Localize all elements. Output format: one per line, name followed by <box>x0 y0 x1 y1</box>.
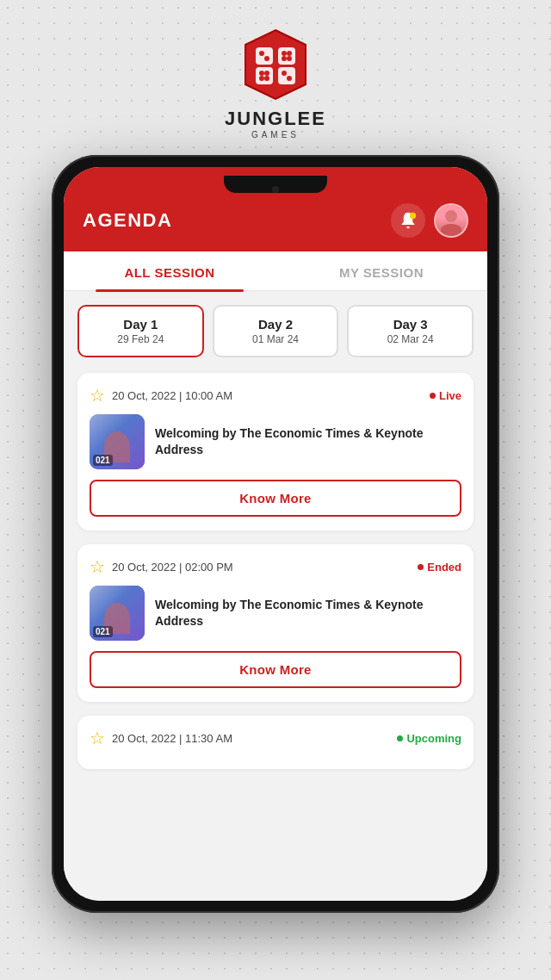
svg-point-14 <box>264 76 269 81</box>
svg-rect-2 <box>278 47 295 65</box>
svg-rect-1 <box>256 47 273 65</box>
know-more-button-2[interactable]: Know More <box>90 651 461 688</box>
status-badge-2: Ended <box>418 561 461 574</box>
session-meta-3: ☆ 20 Oct, 2022 | 11:30 AM Upcoming <box>90 728 461 748</box>
session-meta-2: ☆ 20 Oct, 2022 | 02:00 PM Ended <box>90 556 461 577</box>
session-title-2: Welcoming by The Economic Times & Keynot… <box>155 597 461 630</box>
status-badge-3: Upcoming <box>397 732 461 745</box>
brand-logo: JunGLee GAMES <box>225 26 326 140</box>
svg-rect-4 <box>278 67 295 84</box>
brand-name: JunGLee GAMES <box>225 103 326 140</box>
svg-point-6 <box>264 56 269 61</box>
status-dot-3 <box>397 735 403 741</box>
svg-point-5 <box>259 51 264 56</box>
session-time-2: 20 Oct, 2022 | 02:00 PM <box>112 561 233 574</box>
svg-point-17 <box>410 213 416 219</box>
svg-point-16 <box>287 76 292 81</box>
session-time-1: 20 Oct, 2022 | 10:00 AM <box>112 389 232 402</box>
svg-rect-3 <box>256 67 273 84</box>
svg-point-7 <box>282 51 287 56</box>
day-selector: Day 1 29 Feb 24 Day 2 01 Mar 24 Day 3 02… <box>77 305 474 357</box>
session-body-1: 021 Welcoming by The Economic Times & Ke… <box>90 414 461 469</box>
header-icons <box>391 203 468 238</box>
session-card-2: ☆ 20 Oct, 2022 | 02:00 PM Ended 021 Welc… <box>77 544 474 702</box>
status-badge-1: Live <box>430 389 461 402</box>
day-button-1[interactable]: Day 1 29 Feb 24 <box>77 305 204 357</box>
favorite-star-3[interactable]: ☆ <box>90 728 105 748</box>
favorite-star-1[interactable]: ☆ <box>90 385 105 406</box>
svg-point-11 <box>259 71 264 76</box>
svg-point-15 <box>282 71 287 76</box>
know-more-button-1[interactable]: Know More <box>90 480 461 517</box>
session-card-1: ☆ 20 Oct, 2022 | 10:00 AM Live 021 Welco… <box>77 373 474 530</box>
thumb-label-1: 021 <box>93 455 113 466</box>
svg-point-8 <box>287 51 292 56</box>
favorite-star-2[interactable]: ☆ <box>90 556 105 577</box>
phone-frame: AGENDA ALL SESSION <box>52 155 499 913</box>
day-button-2[interactable]: Day 2 01 Mar 24 <box>213 305 339 357</box>
phone-screen: AGENDA ALL SESSION <box>64 167 487 901</box>
header-title: AGENDA <box>83 209 172 232</box>
bell-icon <box>399 211 418 230</box>
session-title-1: Welcoming by The Economic Times & Keynot… <box>155 425 461 459</box>
svg-point-13 <box>259 76 264 81</box>
tabs-bar: ALL SESSION MY SESSION <box>64 251 487 291</box>
tab-my-session[interactable]: MY SESSION <box>276 251 487 290</box>
camera-dot <box>272 186 279 193</box>
svg-point-9 <box>282 56 287 61</box>
phone-notch <box>224 176 327 193</box>
thumb-label-2: 021 <box>93 626 113 637</box>
status-dot-1 <box>430 393 436 399</box>
day-button-3[interactable]: Day 3 02 Mar 24 <box>347 305 474 357</box>
status-dot-2 <box>418 564 424 570</box>
svg-marker-0 <box>245 30 306 99</box>
tab-all-session[interactable]: ALL SESSION <box>64 251 276 290</box>
session-time-3: 20 Oct, 2022 | 11:30 AM <box>112 732 232 745</box>
session-meta-1: ☆ 20 Oct, 2022 | 10:00 AM Live <box>90 385 461 406</box>
dice-icon <box>237 26 314 103</box>
avatar <box>436 205 467 236</box>
session-thumbnail-1: 021 <box>90 414 145 469</box>
svg-point-10 <box>287 56 292 61</box>
svg-point-12 <box>264 71 269 76</box>
user-avatar-button[interactable] <box>434 203 468 238</box>
notification-bell-button[interactable] <box>391 203 425 238</box>
session-card-3: ☆ 20 Oct, 2022 | 11:30 AM Upcoming <box>77 716 474 769</box>
session-thumbnail-2: 021 <box>90 586 145 641</box>
session-body-2: 021 Welcoming by The Economic Times & Ke… <box>90 586 461 641</box>
content-area: Day 1 29 Feb 24 Day 2 01 Mar 24 Day 3 02… <box>64 291 487 901</box>
